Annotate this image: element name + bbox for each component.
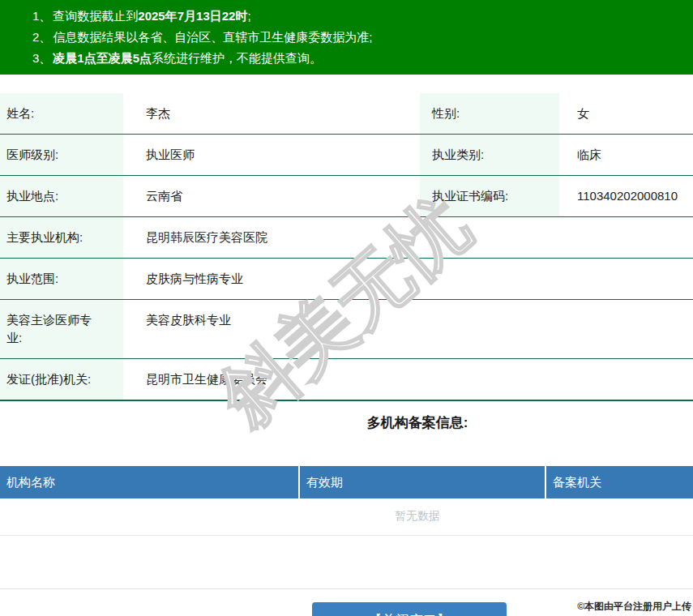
notice-text: ; [247, 9, 250, 23]
notice-text-bold: 凌晨1点至凌晨5点 [53, 51, 152, 65]
notice-line-3: 3、凌晨1点至凌晨5点系统进行维护，不能提供查询。 [32, 48, 693, 69]
notice-banner: 1、查询数据截止到2025年7月13日22时; 2、信息数据结果以各省、自治区、… [0, 0, 693, 75]
table-row: 执业地点: 云南省 执业证书编码: 110340202000810 [0, 176, 693, 217]
license-query-result-page: 1、查询数据截止到2025年7月13日22时; 2、信息数据结果以各省、自治区、… [0, 0, 693, 616]
col-header-validity-period: 有效期 [299, 466, 545, 498]
close-window-button[interactable]: 【关闭窗口】 [312, 602, 507, 616]
physician-profile-table: 姓名: 李杰 性别: 女 医师级别: 执业医师 执业类别: 临床 执业地点: 云… [0, 93, 693, 401]
notice-text-bold: 2025年7月13日22时 [138, 9, 247, 23]
main-institution-value: 昆明韩辰医疗美容医院 [123, 217, 693, 259]
issuing-authority-label: 发证(批准)机关: [0, 359, 123, 401]
notice-line-2: 2、信息数据结果以各省、自治区、直辖市卫生健康委数据为准; [32, 27, 693, 48]
issuing-authority-value: 昆明市卫生健康委员会 [123, 359, 693, 401]
certificate-number-value: 110340202000810 [559, 176, 693, 217]
practice-location-label: 执业地点: [0, 176, 123, 217]
notice-number: 2、 [32, 27, 51, 48]
certificate-number-label: 执业证书编码: [420, 176, 559, 217]
registration-table: 机构名称 有效期 备案机关 暂无数据 [0, 466, 693, 536]
table-row: 主要执业机构: 昆明韩辰医疗美容医院 [0, 217, 693, 259]
photo-credit-watermark: ©本图由平台注册用户上传 [577, 600, 691, 614]
content-container: 1、查询数据截止到2025年7月13日22时; 2、信息数据结果以各省、自治区、… [0, 0, 693, 616]
practice-location-value: 云南省 [123, 176, 420, 217]
table-row: 暂无数据 [0, 498, 693, 535]
col-header-institution-name: 机构名称 [0, 466, 299, 498]
registration-section-title: 多机构备案信息: [0, 413, 693, 432]
notice-text: 系统进行维护，不能提供查询。 [152, 51, 322, 65]
practice-scope-value: 皮肤病与性病专业 [123, 259, 693, 300]
practice-category-value: 临床 [559, 135, 693, 176]
practice-category-label: 执业类别: [420, 135, 559, 176]
notice-line-1: 1、查询数据截止到2025年7月13日22时; [32, 6, 693, 27]
gender-label: 性别: [420, 93, 559, 135]
notice-number: 3、 [32, 48, 51, 69]
notice-text: 查询数据截止到 [53, 9, 138, 23]
cosmetic-specialty-value: 美容皮肤科专业 [123, 300, 693, 359]
practice-scope-label: 执业范围: [0, 259, 123, 300]
notice-number: 1、 [32, 6, 51, 27]
no-data-placeholder: 暂无数据 [0, 498, 693, 535]
gender-value: 女 [559, 93, 693, 135]
table-row: 执业范围: 皮肤病与性病专业 [0, 259, 693, 300]
table-row: 美容主诊医师专业: 美容皮肤科专业 [0, 300, 693, 359]
doctor-level-label: 医师级别: [0, 135, 123, 176]
table-row: 姓名: 李杰 性别: 女 [0, 93, 693, 135]
registration-header-row: 机构名称 有效期 备案机关 [0, 466, 693, 498]
table-row: 发证(批准)机关: 昆明市卫生健康委员会 [0, 359, 693, 401]
table-row: 医师级别: 执业医师 执业类别: 临床 [0, 135, 693, 176]
name-value: 李杰 [123, 93, 420, 135]
main-institution-label: 主要执业机构: [0, 217, 123, 259]
col-header-filing-authority: 备案机关 [545, 466, 693, 498]
name-label: 姓名: [0, 93, 123, 135]
notice-text: 信息数据结果以各省、自治区、直辖市卫生健康委数据为准; [53, 30, 372, 44]
doctor-level-value: 执业医师 [123, 135, 420, 176]
cosmetic-specialty-label: 美容主诊医师专业: [0, 300, 123, 359]
